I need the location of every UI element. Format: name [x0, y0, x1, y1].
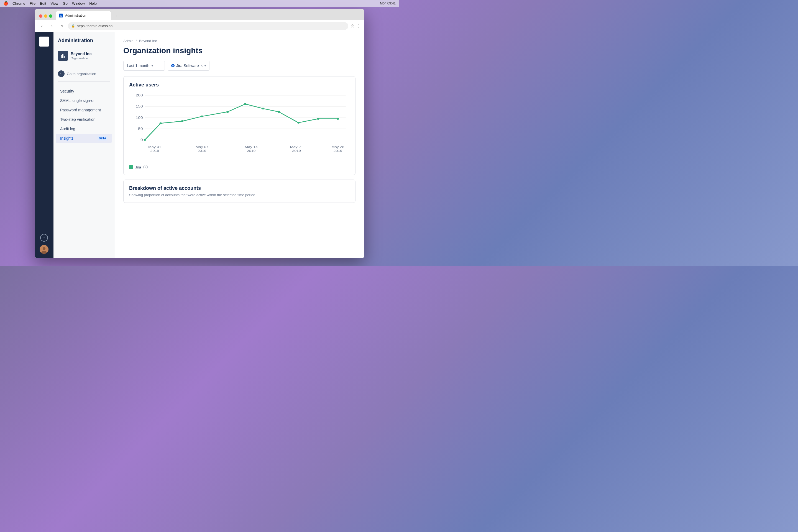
page-title: Organization insights — [123, 46, 356, 55]
chart-svg: 200 150 100 50 0 — [129, 92, 350, 162]
svg-rect-7 — [64, 56, 65, 58]
product-filter-chevron: ▾ — [205, 64, 206, 67]
svg-point-26 — [297, 122, 300, 124]
new-tab-button[interactable]: + — [112, 12, 120, 20]
svg-text:May 01: May 01 — [148, 146, 161, 149]
menubar-time: Mon 09:41 — [380, 1, 396, 5]
svg-text:A: A — [60, 14, 62, 17]
org-item[interactable]: Beyond Inc Organization — [54, 48, 114, 63]
menu-help[interactable]: Help — [89, 1, 97, 5]
svg-text:2019: 2019 — [150, 149, 159, 153]
time-filter-chevron: ▾ — [152, 64, 153, 67]
breadcrumb: Admin / Beyond Inc — [123, 39, 356, 43]
svg-text:2019: 2019 — [197, 149, 206, 153]
active-users-card: Active users 200 150 100 50 — [123, 76, 356, 175]
help-button[interactable]: ? — [40, 234, 48, 242]
svg-point-3 — [43, 247, 45, 250]
lock-icon: 🔒 — [71, 24, 75, 28]
sidebar-item-security[interactable]: Security — [56, 87, 112, 96]
chart-area: 200 150 100 50 0 — [129, 92, 350, 162]
svg-text:May 14: May 14 — [245, 146, 258, 149]
org-icon — [58, 51, 68, 61]
filters-row: Last 1 month ▾ ◆ Jira Software × ▾ — [123, 61, 356, 71]
org-info: Beyond Inc Organization — [71, 51, 92, 60]
apple-menu[interactable]: 🍎 — [3, 1, 8, 5]
sidebar-item-insights[interactable]: Insights BETA — [56, 134, 112, 143]
svg-point-24 — [262, 108, 264, 110]
menu-file[interactable]: File — [30, 1, 36, 5]
left-nav: ? — [35, 32, 54, 258]
remove-product-tag[interactable]: × — [201, 64, 203, 68]
svg-point-21 — [201, 116, 203, 117]
side-menu-title: Administration — [54, 38, 114, 48]
go-to-org-link[interactable]: ← Go to organization — [54, 68, 114, 79]
product-filter[interactable]: ◆ Jira Software × ▾ — [168, 61, 209, 71]
sidebar-item-saml[interactable]: SAML single sign-on — [56, 96, 112, 105]
svg-point-27 — [317, 118, 320, 120]
svg-rect-5 — [61, 55, 62, 58]
url-bar[interactable]: 🔒 https://admin.atlassian — [68, 22, 348, 30]
go-to-org-label: Go to organization — [67, 72, 96, 76]
menu-view[interactable]: View — [51, 1, 58, 5]
svg-text:May 21: May 21 — [290, 146, 303, 149]
svg-text:0: 0 — [140, 138, 143, 142]
beta-badge: BETA — [97, 136, 108, 140]
product-name: Jira Software — [176, 63, 199, 68]
breakdown-title: Breakdown of active accounts — [129, 185, 350, 191]
active-tab[interactable]: A Administration — [56, 11, 111, 20]
menu-edit[interactable]: Edit — [40, 1, 46, 5]
svg-text:150: 150 — [136, 104, 143, 108]
menubar: 🍎 Chrome File Edit View Go Window Help M… — [0, 0, 399, 7]
side-menu: Administration Beyond Inc Organization ← — [54, 32, 114, 258]
sidebar-item-twostep[interactable]: Two-step verification — [56, 115, 112, 124]
legend-color-box — [129, 165, 133, 169]
svg-text:200: 200 — [136, 93, 143, 97]
menu-divider-2 — [58, 81, 110, 82]
breadcrumb-current: Beyond Inc — [139, 39, 157, 43]
svg-point-23 — [244, 103, 247, 105]
maximize-button[interactable] — [49, 14, 52, 18]
page-content: Admin / Beyond Inc Organization insights… — [114, 32, 364, 258]
chart-title: Active users — [129, 82, 350, 88]
time-filter[interactable]: Last 1 month ▾ — [123, 61, 165, 71]
svg-text:50: 50 — [138, 127, 143, 131]
close-button[interactable] — [39, 14, 42, 18]
breakdown-subtitle: Showing proportion of accounts that were… — [129, 193, 350, 197]
legend-label: Jira — [135, 165, 141, 169]
tab-title: Administration — [65, 14, 86, 17]
menu-window[interactable]: Window — [72, 1, 85, 5]
svg-point-18 — [144, 139, 146, 141]
reload-button[interactable]: ↻ — [58, 22, 66, 30]
org-sub: Organization — [71, 56, 92, 60]
svg-rect-6 — [62, 54, 63, 58]
svg-point-25 — [278, 111, 280, 113]
breadcrumb-admin[interactable]: Admin — [123, 39, 134, 43]
more-options-icon[interactable]: ⋮ — [357, 23, 361, 28]
forward-button[interactable]: › — [48, 22, 56, 30]
minimize-button[interactable] — [44, 14, 48, 18]
chart-legend: Jira i — [129, 165, 350, 169]
menu-chrome[interactable]: Chrome — [13, 1, 25, 5]
left-nav-bottom: ? — [40, 234, 49, 254]
sidebar-item-password[interactable]: Password management — [56, 106, 112, 114]
back-button[interactable]: ‹ — [38, 22, 46, 30]
chart-info-icon[interactable]: i — [143, 165, 148, 169]
sidebar-item-audit[interactable]: Audit log — [56, 125, 112, 133]
svg-text:May 07: May 07 — [196, 146, 209, 149]
atlassian-logo[interactable] — [39, 37, 49, 46]
tab-favicon: A — [59, 14, 63, 17]
url-text: https://admin.atlassian — [77, 24, 113, 28]
tab-bar: A Administration + — [35, 9, 364, 20]
svg-text:100: 100 — [136, 116, 143, 119]
user-avatar[interactable] — [40, 245, 49, 254]
address-bar: ‹ › ↻ 🔒 https://admin.atlassian ☆ ⋮ — [35, 20, 364, 32]
svg-text:May 28: May 28 — [331, 146, 344, 149]
avatar-image — [40, 245, 49, 254]
bookmark-icon[interactable]: ☆ — [350, 23, 355, 28]
traffic-lights — [37, 14, 55, 20]
breakdown-card: Breakdown of active accounts Showing pro… — [123, 179, 356, 203]
svg-text:2019: 2019 — [292, 149, 301, 153]
browser-window: A Administration + ‹ › ↻ 🔒 https://admin… — [35, 9, 364, 258]
menu-go[interactable]: Go — [63, 1, 68, 5]
svg-point-19 — [159, 122, 162, 125]
